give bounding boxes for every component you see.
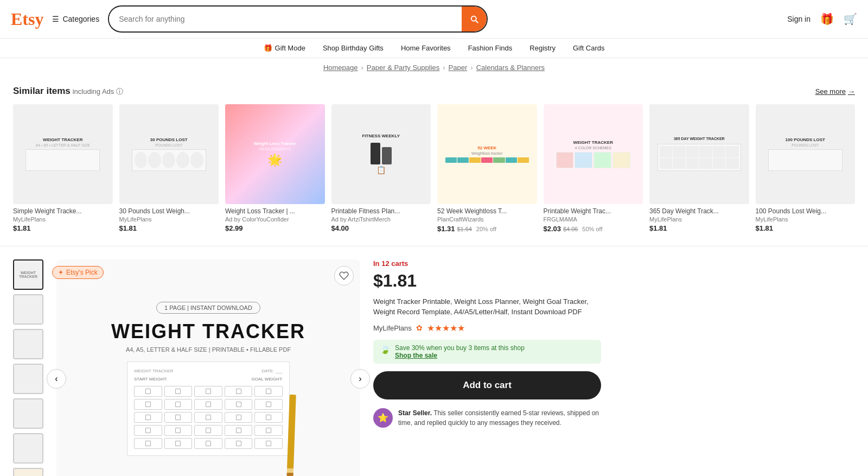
discount-leaf-icon: 🍃 (380, 344, 391, 354)
breadcrumb-paper-party[interactable]: Paper & Party Supplies (367, 64, 439, 72)
seller-row: MyLifePlans ✿ ★★★★★ (373, 323, 601, 333)
item-shop-6: FRGLMAMA (544, 216, 643, 223)
star-seller-title: Star Seller. (398, 409, 432, 417)
nav-item-fashion[interactable]: Fashion Finds (468, 44, 513, 52)
similar-item-6[interactable]: WEIGHT TRACKER 4 COLOR SCHEMES Printable… (544, 104, 643, 233)
product-section: WEIGHTTRACKER ✦ Etsy's Pick (0, 251, 868, 477)
item-thumb-8: 100 POUNDS LOST POUNDS LOST (756, 104, 856, 204)
thumbnail-5[interactable] (13, 398, 43, 429)
thumbnail-2[interactable] (13, 294, 43, 325)
discount-text: Save 30% when you buy 3 items at this sh… (395, 344, 525, 352)
item-discount-6: 50% off (582, 226, 602, 232)
product-title-big: WEIGHT TRACKER (111, 320, 305, 343)
shop-sale-link[interactable]: Shop the sale (395, 352, 525, 359)
item-price-5: $1.31 (437, 225, 455, 233)
item-shop-3: Ad by ColorYouConfider (225, 216, 325, 223)
item-thumb-4: FITNESS WEEKLY 📋 (331, 104, 431, 204)
item-price-row-6: $2.03 $4.06 50% off (544, 224, 643, 233)
similar-header-left: Similar items including Ads ⓘ (13, 86, 123, 97)
item-old-price-6: $4.06 (563, 226, 578, 232)
similar-item-4[interactable]: FITNESS WEEKLY 📋 Printable Fitness Plan.… (331, 104, 431, 233)
search-button[interactable] (462, 7, 487, 31)
wishlist-button[interactable] (334, 266, 354, 285)
item-price-8: $1.81 (756, 224, 856, 232)
see-more-button[interactable]: See more → (815, 87, 855, 96)
categories-button[interactable]: ☰ Categories (52, 15, 99, 23)
star-icon: ✦ (58, 269, 63, 276)
similar-item-2[interactable]: 30 POUNDS LOST POUNDS LOST 30 Pounds Los… (119, 104, 219, 233)
breadcrumb-calendars[interactable]: Calendars & Planners (476, 64, 545, 72)
etsy-logo[interactable]: Etsy (11, 9, 43, 29)
similar-title: Similar items (13, 86, 71, 96)
similar-item-1[interactable]: WEIGHT TRACKER A4 • A5 • LETTER & HALF S… (13, 104, 113, 233)
product-thumbnails: WEIGHTTRACKER (13, 259, 43, 477)
item-shop-5: PlanCraftWizards (437, 216, 537, 223)
item-price-3: $2.99 (225, 224, 325, 232)
item-price-row-5: $1.31 $1.64 20% off (437, 224, 537, 233)
seller-verified-icon: ✿ (416, 323, 423, 332)
thumbnail-7[interactable] (13, 468, 43, 477)
item-price-1: $1.81 (13, 224, 113, 232)
product-image-content: 1 PAGE | INSTANT DOWNLOAD WEIGHT TRACKER… (56, 270, 360, 477)
product-label: 1 PAGE | INSTANT DOWNLOAD (156, 302, 260, 314)
gift-icon[interactable]: 🎁 (820, 12, 834, 26)
thumbnail-6[interactable] (13, 433, 43, 464)
breadcrumb: Homepage › Paper & Party Supplies › Pape… (0, 58, 868, 77)
star-seller-icon: ⭐ (373, 408, 393, 428)
thumbnail-4[interactable] (13, 364, 43, 394)
nav-item-birthday[interactable]: Shop Birthday Gifts (323, 44, 384, 52)
nav-item-registry[interactable]: Registry (529, 44, 556, 52)
item-thumb-3: Weight Loss Tracker MEASUREMENTS 🌟 (225, 104, 325, 204)
header: Etsy ☰ Categories Sign in 🎁 🛒 (0, 0, 868, 39)
search-input[interactable] (109, 9, 462, 29)
item-price-7: $1.81 (649, 224, 749, 232)
item-thumb-6: WEIGHT TRACKER 4 COLOR SCHEMES (544, 104, 643, 204)
nav-item-gift-mode[interactable]: 🎁 Gift Mode (264, 44, 305, 52)
item-name-2: 30 Pounds Lost Weigh... (119, 207, 219, 215)
item-name-1: Simple Weight Tracke... (13, 207, 113, 215)
product-stars: ★★★★★ (427, 323, 465, 333)
search-bar (108, 5, 488, 33)
thumbnail-1[interactable]: WEIGHTTRACKER (13, 259, 43, 290)
item-thumb-2: 30 POUNDS LOST POUNDS LOST (119, 104, 219, 204)
etsy-pick-badge[interactable]: ✦ Etsy's Pick (52, 266, 104, 279)
item-price-6: $2.03 (544, 225, 561, 233)
product-price: $1.81 (373, 271, 601, 291)
item-thumb-1: WEIGHT TRACKER A4 • A5 • LETTER & HALF S… (13, 104, 113, 204)
item-name-7: 365 Day Weight Track... (649, 207, 749, 215)
breadcrumb-paper[interactable]: Paper (449, 64, 468, 72)
in-carts-label: In 12 carts (373, 259, 601, 268)
sign-in-button[interactable]: Sign in (787, 15, 810, 23)
item-shop-7: MyLifePlans (649, 216, 749, 223)
similar-item-8[interactable]: 100 POUNDS LOST POUNDS LOST 100 Pounds L… (756, 104, 856, 233)
next-image-button[interactable]: › (350, 369, 370, 389)
similar-item-7[interactable]: 365 DAY WEIGHT TRACKER 365 Day Weight Tr… (649, 104, 749, 233)
cart-icon[interactable]: 🛒 (844, 12, 857, 26)
similar-subtitle: including Ads ⓘ (73, 87, 123, 96)
item-name-8: 100 Pounds Lost Weig... (756, 207, 856, 215)
add-to-cart-button[interactable]: Add to cart (373, 371, 601, 399)
similar-items-section: Similar items including Ads ⓘ See more →… (0, 77, 868, 242)
thumbnail-3[interactable] (13, 329, 43, 359)
arrow-right-icon: → (848, 87, 855, 96)
star-seller-box: ⭐ Star Seller. This seller consistently … (373, 408, 601, 428)
item-name-4: Printable Fitness Plan... (331, 207, 431, 215)
item-discount-5: 20% off (476, 226, 496, 232)
nav-item-gift-cards[interactable]: Gift Cards (573, 44, 605, 52)
header-actions: Sign in 🎁 🛒 (787, 12, 857, 26)
nav-item-home[interactable]: Home Favorites (401, 44, 451, 52)
star-seller-text: Star Seller. This seller consistently ea… (398, 408, 601, 428)
similar-item-5[interactable]: 52 WEEK Weightloss tracker 52 Week Weigh… (437, 104, 537, 233)
similar-item-3[interactable]: Weight Loss Tracker MEASUREMENTS 🌟 Weigh… (225, 104, 325, 233)
nav-bar: 🎁 Gift Mode Shop Birthday Gifts Home Fav… (0, 39, 868, 58)
seller-name[interactable]: MyLifePlans (373, 324, 412, 332)
prev-image-button[interactable]: ‹ (47, 369, 66, 389)
product-subtitle: A4, A5, LETTER & HALF SIZE | PRINTABLE •… (126, 346, 291, 353)
item-thumb-7: 365 DAY WEIGHT TRACKER (649, 104, 749, 204)
item-shop-4: Ad by ArtziTshirtMerch (331, 216, 431, 223)
item-price-2: $1.81 (119, 224, 219, 232)
breadcrumb-homepage[interactable]: Homepage (323, 64, 358, 72)
item-shop-1: MyLifePlans (13, 216, 113, 223)
item-shop-8: MyLifePlans (756, 216, 856, 223)
similar-items-grid: WEIGHT TRACKER A4 • A5 • LETTER & HALF S… (13, 104, 855, 233)
